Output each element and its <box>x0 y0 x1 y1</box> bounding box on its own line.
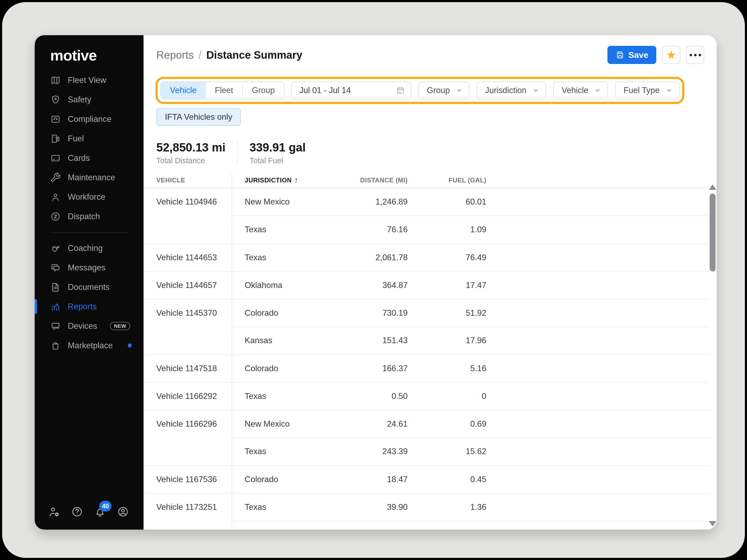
fuel-cell: 1.09 <box>408 225 486 234</box>
total-distance: 52,850.13 mi Total Distance <box>156 141 226 165</box>
page-header: Reports / Distance Summary Save ★ <box>144 35 717 64</box>
column-header-jurisdiction[interactable]: JURISDICTION↑ <box>232 176 319 184</box>
notification-count-badge: 40 <box>99 501 111 511</box>
total-fuel-label: Total Fuel <box>250 156 306 165</box>
scroll-down-arrow-icon[interactable] <box>709 521 716 526</box>
vehicle-cell: Vehicle 1166292 <box>144 392 232 401</box>
sidebar-item-messages[interactable]: Messages <box>35 258 144 277</box>
total-distance-value: 52,850.13 mi <box>156 141 226 154</box>
vehicle-filter-dropdown[interactable]: Vehicle <box>553 82 608 99</box>
fuel-type-filter-dropdown[interactable]: Fuel Type <box>615 82 679 99</box>
sidebar-item-compliance[interactable]: Compliance <box>35 109 144 129</box>
distance-cell: 0.50 <box>319 392 408 401</box>
column-header-fuel-gal[interactable]: FUEL (GAL) <box>408 177 486 184</box>
tab-fleet[interactable]: Fleet <box>206 82 242 99</box>
jurisdiction-cell: Kansas <box>232 336 319 345</box>
star-icon: ★ <box>666 49 676 61</box>
dropdown-label: Fuel Type <box>623 86 660 95</box>
distance-summary-table: VEHICLEJURISDICTION↑DISTANCE (MI)FUEL (G… <box>144 173 709 527</box>
column-header-vehicle[interactable]: VEHICLE <box>144 177 232 184</box>
user-settings-button[interactable] <box>48 506 60 518</box>
reports-icon <box>50 301 61 312</box>
vertical-scrollbar <box>709 185 716 526</box>
breadcrumb-reports-link[interactable]: Reports <box>156 49 194 61</box>
person-icon <box>50 192 61 203</box>
breadcrumb-separator: / <box>199 49 201 61</box>
favorite-button[interactable]: ★ <box>662 46 680 64</box>
column-header-label: FUEL (GAL) <box>448 177 486 184</box>
table-row: Vehicle 1173251Texas39.901.36 <box>144 493 709 521</box>
document-icon <box>50 282 61 293</box>
wrench-icon <box>50 172 61 183</box>
column-header-label: VEHICLE <box>156 177 185 184</box>
group-filter-dropdown[interactable]: Group <box>418 82 469 99</box>
vehicle-cell: Vehicle 1147518 <box>144 364 232 373</box>
notifications-button[interactable]: 40 <box>94 506 106 518</box>
profile-icon <box>117 506 129 518</box>
table-row: Texas76.161.09 <box>144 216 709 243</box>
sidebar-item-label: Coaching <box>68 243 103 253</box>
tab-group[interactable]: Group <box>243 82 284 99</box>
jurisdiction-cell: Colorado <box>232 308 319 318</box>
scrollbar-thumb[interactable] <box>710 194 716 271</box>
distance-cell: 166.37 <box>319 364 408 373</box>
chevron-down-icon <box>594 86 601 95</box>
sidebar-item-dispatch[interactable]: Dispatch <box>35 207 144 226</box>
distance-cell: 39.90 <box>319 502 408 512</box>
sidebar-item-safety[interactable]: Safety <box>35 90 144 109</box>
sidebar-item-workforce[interactable]: Workforce <box>35 187 144 207</box>
jurisdiction-cell: Oklahoma <box>232 281 319 290</box>
vehicle-cell: Vehicle 1173251 <box>144 502 232 512</box>
profile-button[interactable] <box>117 506 129 518</box>
sidebar: motive Fleet ViewSafetyComplianceFuelCar… <box>35 35 144 530</box>
jurisdiction-cell: New Mexico <box>232 197 319 207</box>
sidebar-item-fuel[interactable]: Fuel <box>35 129 144 148</box>
sidebar-item-reports[interactable]: Reports <box>35 297 144 316</box>
sidebar-item-maintenance[interactable]: Maintenance <box>35 168 144 187</box>
help-button[interactable] <box>71 506 83 518</box>
save-button-label: Save <box>628 50 648 60</box>
fuel-cell: 51.92 <box>408 308 486 318</box>
scroll-up-arrow-icon[interactable] <box>709 185 716 190</box>
sidebar-item-documents[interactable]: Documents <box>35 277 144 297</box>
distance-cell: 243.39 <box>319 447 408 456</box>
sidebar-footer: 40 <box>35 506 144 530</box>
save-button[interactable]: Save <box>608 46 656 64</box>
notification-dot <box>128 344 132 347</box>
sidebar-item-devices[interactable]: DevicesNEW <box>35 316 144 336</box>
jurisdiction-filter-dropdown[interactable]: Jurisdiction <box>476 82 546 99</box>
more-options-button[interactable] <box>686 46 704 64</box>
sort-ascending-arrow-icon: ↑ <box>294 176 298 184</box>
table-header-row: VEHICLEJURISDICTION↑DISTANCE (MI)FUEL (G… <box>144 173 709 188</box>
date-range-picker[interactable]: Jul 01 - Jul 14 <box>291 82 411 99</box>
sidebar-item-cards[interactable]: Cards <box>35 148 144 168</box>
jurisdiction-cell: Texas <box>232 447 319 456</box>
vehicle-cell: Vehicle 1167536 <box>144 475 232 484</box>
ifta-vehicles-only-toggle[interactable]: IFTA Vehicles only <box>156 108 241 126</box>
sidebar-item-label: Messages <box>68 263 105 272</box>
sidebar-section-2: CoachingMessagesDocumentsReportsDevicesN… <box>35 238 144 355</box>
sidebar-item-marketplace[interactable]: Marketplace <box>35 336 144 355</box>
summary-totals: 52,850.13 mi Total Distance 339.91 gal T… <box>156 141 717 165</box>
vehicle-cell: Vehicle 1166296 <box>144 419 232 429</box>
chevron-down-icon <box>532 86 540 95</box>
view-type-tabs: VehicleFleetGroup <box>160 82 284 99</box>
column-header-distance-mi[interactable]: DISTANCE (MI) <box>319 177 408 184</box>
vehicle-cell: Vehicle 1144653 <box>144 253 232 262</box>
sidebar-item-fleet-view[interactable]: Fleet View <box>35 71 144 90</box>
tab-vehicle[interactable]: Vehicle <box>161 82 206 99</box>
sidebar-item-coaching[interactable]: Coaching <box>35 238 144 258</box>
breadcrumb: Reports / Distance Summary <box>156 49 302 61</box>
sidebar-item-label: Marketplace <box>68 341 113 350</box>
sidebar-item-label: Fuel <box>68 134 84 143</box>
save-icon <box>616 50 624 59</box>
devices-icon <box>50 321 61 331</box>
jurisdiction-cell: Texas <box>232 392 319 401</box>
jurisdiction-cell: Texas <box>232 253 319 262</box>
vehicle-cell: Vehicle 1144657 <box>144 281 232 290</box>
sidebar-section-divider <box>50 233 128 233</box>
dropdown-label: Jurisdiction <box>485 86 526 95</box>
distance-cell: 24.61 <box>319 419 408 429</box>
jurisdiction-cell: Colorado <box>232 475 319 484</box>
table-row: Vehicle 1166292Texas0.500 <box>144 382 709 410</box>
